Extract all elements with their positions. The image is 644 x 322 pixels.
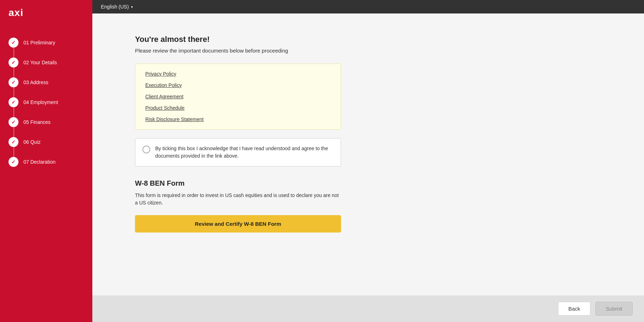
step-label-01: 01 Preliminary bbox=[23, 40, 55, 45]
acknowledgement-text: By ticking this box I acknowledge that I… bbox=[155, 145, 334, 160]
step-label-03: 03 Address bbox=[23, 80, 48, 85]
footer: Back Submit bbox=[92, 295, 644, 322]
document-link[interactable]: Risk Disclosure Statement bbox=[145, 116, 331, 122]
checkmark-07: ✓ bbox=[11, 159, 16, 165]
w8ben-description: This form is required in order to invest… bbox=[135, 192, 341, 207]
sidebar: axi ✓01 Preliminary✓02 Your Details✓03 A… bbox=[0, 0, 92, 322]
documents-box: Privacy PolicyExecution PolicyClient Agr… bbox=[135, 64, 341, 130]
checkmark-05: ✓ bbox=[11, 119, 16, 125]
document-link[interactable]: Privacy Policy bbox=[145, 71, 331, 77]
language-label: English (US) bbox=[101, 4, 129, 10]
step-label-05: 05 Finances bbox=[23, 119, 50, 125]
step-circle-02: ✓ bbox=[9, 58, 18, 67]
language-dropdown-arrow: ▾ bbox=[131, 5, 133, 9]
w8ben-title: W-8 BEN Form bbox=[135, 179, 616, 187]
page-title: You're almost there! bbox=[135, 35, 616, 44]
acknowledgement-checkbox[interactable] bbox=[142, 146, 150, 153]
step-circle-05: ✓ bbox=[9, 117, 18, 127]
language-selector[interactable]: English (US) ▾ bbox=[101, 4, 133, 10]
document-link[interactable]: Client Agreement bbox=[145, 94, 331, 99]
logo: axi bbox=[9, 7, 84, 18]
step-label-02: 02 Your Details bbox=[23, 60, 57, 65]
main-content: English (US) ▾ You're almost there! Plea… bbox=[92, 0, 644, 322]
step-circle-04: ✓ bbox=[9, 97, 18, 107]
step-label-07: 07 Declaration bbox=[23, 159, 55, 165]
review-w8ben-button[interactable]: Review and Certify W-8 BEN Form bbox=[135, 215, 341, 233]
checkmark-04: ✓ bbox=[11, 99, 16, 105]
document-link[interactable]: Product Schedule bbox=[145, 105, 331, 111]
checkmark-01: ✓ bbox=[11, 40, 16, 45]
page-subtitle: Please review the important documents be… bbox=[135, 48, 616, 54]
step-circle-03: ✓ bbox=[9, 77, 18, 87]
top-bar: English (US) ▾ bbox=[92, 0, 644, 13]
back-button[interactable]: Back bbox=[558, 302, 590, 316]
step-label-04: 04 Employment bbox=[23, 99, 58, 105]
step-circle-01: ✓ bbox=[9, 38, 18, 48]
step-circle-06: ✓ bbox=[9, 137, 18, 147]
logo-area: axi bbox=[0, 0, 92, 26]
step-label-06: 06 Quiz bbox=[23, 139, 40, 145]
submit-button[interactable]: Submit bbox=[595, 302, 633, 316]
step-circle-07: ✓ bbox=[9, 157, 18, 167]
checkmark-06: ✓ bbox=[11, 139, 16, 145]
sidebar-step-01[interactable]: ✓01 Preliminary bbox=[0, 33, 92, 53]
checkmark-03: ✓ bbox=[11, 80, 16, 85]
content-area: You're almost there! Please review the i… bbox=[92, 13, 644, 295]
document-link[interactable]: Execution Policy bbox=[145, 82, 331, 88]
acknowledgement-area: By ticking this box I acknowledge that I… bbox=[135, 138, 341, 167]
checkmark-02: ✓ bbox=[11, 60, 16, 65]
nav-steps: ✓01 Preliminary✓02 Your Details✓03 Addre… bbox=[0, 26, 92, 179]
